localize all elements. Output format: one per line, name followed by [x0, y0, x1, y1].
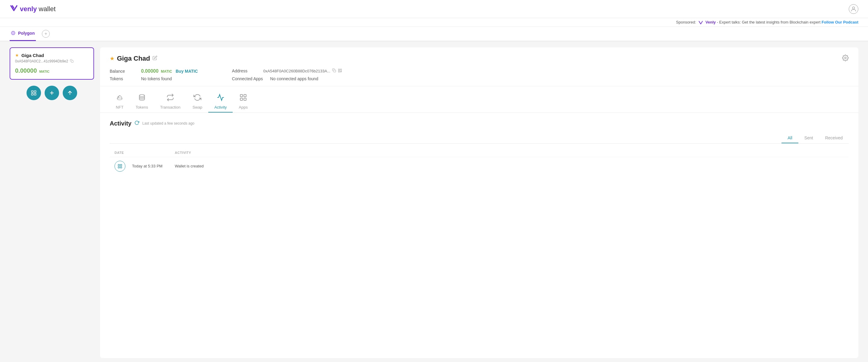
svg-rect-22 — [240, 98, 243, 101]
address-label: Address — [232, 68, 256, 73]
tokens-row: Tokens No tokens found — [110, 76, 220, 81]
address-value-container: 0xA548F0A0C260B88Dc076b2133A... — [264, 68, 342, 74]
logo-wallet-text: wallet — [38, 5, 56, 13]
activity-row: Today at 5:33 PM Wallet is created — [110, 157, 849, 175]
refresh-icon[interactable] — [134, 120, 139, 127]
filter-sent[interactable]: Sent — [798, 133, 819, 143]
tab-transaction[interactable]: Transaction — [154, 91, 186, 113]
tab-activity[interactable]: Activity — [208, 91, 233, 113]
activity-date-text: Today at 5:33 PM — [132, 164, 162, 168]
tokens-value: No tokens found — [141, 76, 172, 81]
svg-rect-9 — [334, 70, 336, 72]
buy-matic-link[interactable]: Buy MATIC — [176, 69, 198, 74]
action-buttons — [10, 86, 94, 100]
transaction-tab-label: Transaction — [160, 105, 180, 110]
wallet-created-icon — [115, 161, 125, 172]
favorite-star-icon: ★ — [15, 53, 19, 58]
sponsored-link[interactable]: Follow Our Podcast — [822, 20, 858, 24]
svg-rect-21 — [244, 94, 246, 97]
svg-point-19 — [139, 94, 144, 96]
sponsored-bar: Sponsored: Venly - Expert talks: Get the… — [0, 18, 868, 27]
logo-venly-text: venly — [20, 5, 37, 13]
svg-rect-20 — [240, 94, 243, 97]
filter-received[interactable]: Received — [819, 133, 849, 143]
wallet-balance-value: 0.00000 — [15, 67, 37, 74]
settings-icon[interactable] — [842, 56, 849, 62]
sponsored-brand: Venly — [706, 20, 716, 24]
detail-favorite-star: ★ — [110, 55, 115, 62]
date-column-header: DATE — [115, 151, 175, 155]
apps-tab-label: Apps — [239, 105, 248, 110]
detail-balance-currency: MATIC — [161, 69, 172, 74]
svg-rect-24 — [118, 164, 120, 166]
nft-icon — [116, 93, 124, 103]
svg-point-18 — [118, 96, 119, 97]
activity-date-cell: Today at 5:33 PM — [115, 161, 175, 172]
transaction-icon — [166, 93, 174, 103]
add-wallet-button[interactable] — [44, 86, 59, 100]
activity-table-header: DATE ACTIVITY — [110, 148, 849, 157]
last-updated-text: Last updated a few seconds ago — [142, 121, 194, 126]
wallet-detail-info: ★ Giga Chad Balance 0.00000 MA — [110, 55, 342, 81]
copy-detail-address-icon[interactable] — [332, 68, 336, 73]
logo-mark — [10, 4, 18, 13]
swap-icon — [193, 93, 201, 103]
polygon-tab-label: Polygon — [18, 31, 35, 36]
user-profile-icon[interactable] — [849, 4, 858, 14]
detail-address-value: 0xA548F0A0C260B88Dc076b2133A... — [264, 69, 331, 73]
feature-tabs: NFT Tokens — [100, 86, 858, 113]
copy-address-icon[interactable] — [70, 59, 73, 64]
wallet-address-text: 0xA548F0A0C2...41c9994Db9e2 — [15, 59, 68, 63]
balance-label: Balance — [110, 69, 134, 74]
tab-apps[interactable]: Apps — [233, 91, 254, 113]
wallet-card[interactable]: ★ Giga Chad 0xA548F0A0C2...41c9994Db9e2 … — [10, 47, 94, 80]
tab-swap[interactable]: Swap — [187, 91, 209, 113]
wallet-detail-title: ★ Giga Chad — [110, 55, 342, 62]
svg-rect-26 — [118, 167, 120, 168]
wallet-card-header: ★ Giga Chad — [15, 53, 89, 58]
activity-column-header: ACTIVITY — [175, 151, 844, 155]
activity-tab-label: Activity — [214, 105, 227, 110]
activity-title: Activity — [110, 120, 131, 127]
svg-rect-27 — [120, 167, 122, 168]
activity-header: Activity Last updated a few seconds ago — [110, 120, 849, 127]
filter-all[interactable]: All — [781, 133, 798, 143]
polygon-tab[interactable]: Polygon — [10, 27, 36, 41]
address-row: Address 0xA548F0A0C260B88Dc076b2133A... — [232, 68, 342, 74]
svg-rect-23 — [244, 98, 246, 101]
activity-filters: All Sent Received — [110, 133, 849, 144]
svg-point-17 — [117, 98, 122, 100]
connected-apps-row: Connected Apps No connected apps found — [232, 76, 342, 81]
edit-name-icon[interactable] — [153, 56, 157, 61]
svg-rect-5 — [34, 93, 36, 95]
svg-rect-10 — [338, 69, 340, 70]
sponsored-prefix: Sponsored: — [676, 20, 696, 24]
detail-balance-value: 0.00000 — [141, 68, 158, 74]
tokens-tab-label: Tokens — [135, 105, 148, 110]
sponsored-text: - Expert talks: Get the latest insights … — [717, 20, 822, 24]
wallet-balance-currency: MATIC — [39, 70, 50, 73]
tab-nft[interactable]: NFT — [110, 91, 130, 113]
apps-icon — [239, 93, 247, 103]
main-layout: ★ Giga Chad 0xA548F0A0C2...41c9994Db9e2 … — [0, 41, 868, 362]
qr-code-icon[interactable] — [338, 68, 342, 74]
backup-button[interactable] — [27, 86, 41, 100]
svg-rect-3 — [34, 90, 36, 92]
logo: venly wallet — [10, 4, 56, 13]
main-content: ★ Giga Chad Balance 0.00000 MA — [100, 47, 858, 358]
connected-apps-value: No connected apps found — [270, 76, 318, 81]
header: venly wallet — [0, 0, 868, 18]
svg-point-0 — [852, 7, 855, 9]
activity-table: DATE ACTIVITY Today at 5: — [110, 148, 849, 175]
tokens-label: Tokens — [110, 76, 134, 81]
activity-description: Wallet is created — [175, 164, 844, 168]
svg-rect-12 — [338, 71, 340, 72]
wallet-detail-header: ★ Giga Chad Balance 0.00000 MA — [100, 47, 858, 86]
add-chain-button[interactable]: + — [42, 30, 50, 38]
activity-section: Activity Last updated a few seconds ago … — [100, 113, 858, 183]
send-button[interactable] — [63, 86, 77, 100]
tab-tokens[interactable]: Tokens — [130, 91, 154, 113]
svg-rect-1 — [71, 60, 73, 62]
venly-sponsored-logo — [698, 20, 704, 24]
balance-row: Balance 0.00000 MATIC Buy MATIC — [110, 68, 220, 74]
